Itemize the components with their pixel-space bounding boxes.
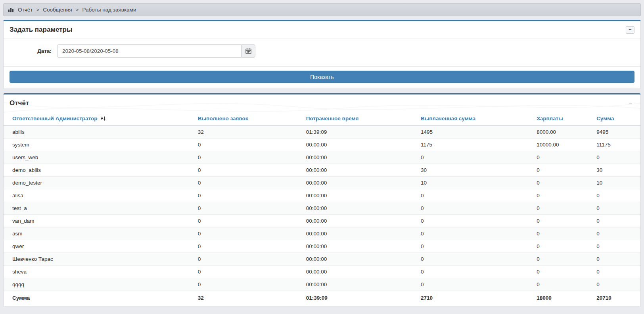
value-cell: 0 xyxy=(195,151,303,164)
table-row: alisa000:00:00000 xyxy=(4,189,640,202)
value-cell: 0 xyxy=(593,227,640,240)
value-cell: 0 xyxy=(418,215,533,227)
submit-area: Показать xyxy=(4,66,640,89)
sort-icon[interactable] xyxy=(101,116,106,121)
footer-cell: 01:39:09 xyxy=(303,291,418,307)
value-cell: 0 xyxy=(418,227,533,240)
value-cell: 0 xyxy=(533,151,593,164)
admin-name-cell: abills xyxy=(4,125,195,139)
show-button[interactable]: Показать xyxy=(10,71,634,83)
value-cell: 00:00:00 xyxy=(303,215,418,227)
admin-name-cell: users_web xyxy=(4,151,195,164)
footer-cell: 18000 xyxy=(533,291,593,307)
table-row: van_dam000:00:00000 xyxy=(4,215,640,227)
value-cell: 0 xyxy=(533,278,593,291)
parameters-panel: Задать параметры − Дата: xyxy=(3,20,641,89)
admin-name-cell: Шевченко Тарас xyxy=(4,253,195,266)
value-cell: 1495 xyxy=(418,125,533,139)
admin-name-cell: demo_tester xyxy=(4,177,195,189)
table-row: demo_abills000:00:0030030 xyxy=(4,164,640,177)
value-cell: 0 xyxy=(593,278,640,291)
collapse-report-button[interactable]: − xyxy=(626,100,634,107)
table-row: demo_tester000:00:0010010 xyxy=(4,177,640,189)
value-cell: 00:00:00 xyxy=(303,240,418,253)
breadcrumb-item-messages[interactable]: Сообщения xyxy=(43,7,72,13)
column-header-admin-label: Ответственный Администратор xyxy=(12,116,98,121)
value-cell: 0 xyxy=(533,189,593,202)
admin-name-cell: alisa xyxy=(4,189,195,202)
parameters-panel-title: Задать параметры xyxy=(10,26,72,34)
admin-name-cell: qqqq xyxy=(4,278,195,291)
table-row: qqqq000:00:00000 xyxy=(4,278,640,291)
value-cell: 0 xyxy=(195,253,303,266)
value-cell: 30 xyxy=(418,164,533,177)
value-cell: 0 xyxy=(195,227,303,240)
breadcrumb-separator: > xyxy=(76,7,79,13)
value-cell: 32 xyxy=(195,125,303,139)
value-cell: 9495 xyxy=(593,125,640,139)
footer-cell: 2710 xyxy=(418,291,533,307)
value-cell: 0 xyxy=(533,266,593,278)
value-cell: 0 xyxy=(593,151,640,164)
report-panel-header: Отчёт − xyxy=(4,94,640,112)
date-label: Дата: xyxy=(10,48,57,54)
admin-name-cell: qwer xyxy=(4,240,195,253)
value-cell: 0 xyxy=(195,189,303,202)
value-cell: 0 xyxy=(533,240,593,253)
column-header-sum[interactable]: Сумма xyxy=(593,112,640,125)
breadcrumb-item-report[interactable]: Отчёт xyxy=(18,7,33,13)
value-cell: 0 xyxy=(195,139,303,151)
footer-cell: 20710 xyxy=(593,291,640,307)
value-cell: 00:00:00 xyxy=(303,189,418,202)
value-cell: 0 xyxy=(533,177,593,189)
value-cell: 0 xyxy=(593,202,640,215)
admin-name-cell: demo_abills xyxy=(4,164,195,177)
report-table-body: abills3201:39:0914958000.009495system000… xyxy=(4,125,640,291)
value-cell: 0 xyxy=(418,189,533,202)
admin-name-cell: sheva xyxy=(4,266,195,278)
value-cell: 30 xyxy=(593,164,640,177)
value-cell: 8000.00 xyxy=(533,125,593,139)
column-header-done[interactable]: Выполнено заявок xyxy=(195,112,303,125)
value-cell: 00:00:00 xyxy=(303,253,418,266)
calendar-icon[interactable] xyxy=(241,44,255,58)
value-cell: 0 xyxy=(195,202,303,215)
report-table: Ответственный Администратор Выполнено xyxy=(4,112,640,306)
value-cell: 00:00:00 xyxy=(303,164,418,177)
table-row: sheva000:00:00000 xyxy=(4,266,640,278)
value-cell: 0 xyxy=(593,253,640,266)
column-header-salary[interactable]: Зарплаты xyxy=(533,112,593,125)
table-row: test_a000:00:00000 xyxy=(4,202,640,215)
value-cell: 1175 xyxy=(418,139,533,151)
admin-name-cell: van_dam xyxy=(4,215,195,227)
breadcrumb: Отчёт > Сообщения > Работы над заявками xyxy=(3,3,641,16)
value-cell: 0 xyxy=(533,227,593,240)
collapse-parameters-button[interactable]: − xyxy=(626,26,634,34)
value-cell: 0 xyxy=(418,266,533,278)
value-cell: 10 xyxy=(593,177,640,189)
value-cell: 00:00:00 xyxy=(303,278,418,291)
table-row: qwer000:00:00000 xyxy=(4,240,640,253)
column-header-admin[interactable]: Ответственный Администратор xyxy=(4,112,195,125)
table-row: asm000:00:00000 xyxy=(4,227,640,240)
table-row: users_web000:00:00000 xyxy=(4,151,640,164)
value-cell: 0 xyxy=(593,189,640,202)
admin-name-cell: system xyxy=(4,139,195,151)
value-cell: 0 xyxy=(195,164,303,177)
column-header-paid[interactable]: Выплаченная сумма xyxy=(418,112,533,125)
value-cell: 00:00:00 xyxy=(303,151,418,164)
value-cell: 11175 xyxy=(593,139,640,151)
value-cell: 00:00:00 xyxy=(303,177,418,189)
value-cell: 0 xyxy=(195,278,303,291)
value-cell: 00:00:00 xyxy=(303,139,418,151)
value-cell: 0 xyxy=(593,240,640,253)
value-cell: 0 xyxy=(533,253,593,266)
value-cell: 00:00:00 xyxy=(303,202,418,215)
admin-name-cell: test_a xyxy=(4,202,195,215)
column-header-time[interactable]: Потраченное время xyxy=(303,112,418,125)
footer-cell: Сумма xyxy=(4,291,195,307)
value-cell: 01:39:09 xyxy=(303,125,418,139)
value-cell: 0 xyxy=(533,164,593,177)
date-range-input[interactable] xyxy=(57,44,241,58)
bar-chart-icon xyxy=(8,7,14,12)
